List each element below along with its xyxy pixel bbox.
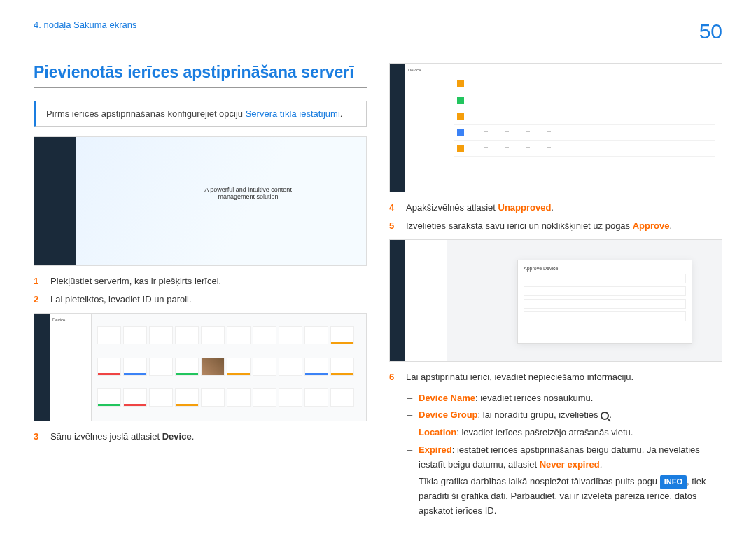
modal-title: Approve Device	[524, 266, 686, 271]
step-text: Izvēlieties sarakstā savu ierīci un nokl…	[406, 219, 672, 233]
modal-field	[524, 311, 686, 321]
step-num: 1	[34, 274, 43, 288]
step-1: 1 Piekļūstiet serverim, kas ir piešķirts…	[34, 274, 367, 288]
grid-thumb	[253, 326, 276, 344]
steps-list-3: 4 Apakšizvēlnēs atlasiet Unapproved. 5 I…	[389, 201, 722, 232]
grid-thumb	[201, 388, 225, 407]
step-text-post: .	[669, 220, 672, 231]
grid-thumb	[201, 358, 225, 376]
step-text-pre: Izvēlieties sarakstā savu ierīci un nokl…	[406, 220, 633, 231]
screenshot-approve-modal: Approve Device	[389, 239, 722, 362]
grid-thumb	[149, 388, 173, 407]
list-row: ————	[454, 92, 715, 108]
grid-thumb	[123, 388, 147, 407]
screenshot-grid-nav	[34, 314, 50, 421]
screenshot-modal-nav	[390, 240, 405, 361]
grid-thumb	[149, 326, 173, 344]
sub-text: : ievadiet ierīces nosaukumu.	[475, 393, 593, 403]
right-column: Device ———— ———— ———— ———— ———— 4 Apakši…	[389, 63, 722, 521]
step-3: 3 Sānu izvēlnes joslā atlasiet Device.	[34, 430, 367, 444]
screenshot-list-main: ———— ———— ———— ———— ————	[447, 64, 722, 192]
grid-thumb	[123, 358, 147, 376]
list-row: ————	[454, 125, 715, 141]
screenshot-list-panel: Device	[405, 64, 447, 192]
step-text-post: .	[192, 431, 195, 442]
sub-text: : ievadiet ierīces pašreizējo atrašanās …	[456, 427, 633, 437]
modal-field	[524, 286, 686, 296]
grid-thumb	[279, 388, 302, 407]
grid-thumb	[304, 326, 328, 344]
modal-field	[524, 299, 686, 309]
grid-thumb	[304, 388, 328, 407]
sub-label: Device Name	[419, 393, 475, 403]
sub-text-post: .	[600, 459, 603, 470]
magnifier-icon	[601, 412, 609, 420]
panel-title: Device	[52, 318, 88, 322]
step-text: Lai pieteiktos, ievadiet ID un paroli.	[50, 293, 192, 307]
sub-item-device-name: Device Name: ievadiet ierīces nosaukumu.	[407, 391, 722, 406]
screenshot-unapproved-list: Device ———— ———— ———— ———— ————	[389, 63, 722, 192]
step-5: 5 Izvēlieties sarakstā savu ierīci un no…	[389, 219, 722, 233]
screenshot-grid-main	[92, 314, 366, 421]
sub-label: Location	[419, 427, 456, 437]
grid-thumb	[227, 358, 251, 376]
step-num: 5	[389, 219, 399, 233]
screenshot-modal-main: Approve Device	[447, 240, 722, 361]
step-highlight: Approve	[633, 220, 670, 231]
grid-thumb	[253, 358, 276, 376]
grid-thumb	[97, 326, 121, 344]
modal-field	[524, 274, 686, 283]
content-columns: Pievienotās ierīces apstiprināšana serve…	[34, 63, 722, 521]
grid-thumb	[304, 358, 328, 376]
screenshot-device-grid: Device	[34, 313, 367, 421]
list-row: ————	[454, 76, 715, 92]
grid-thumb	[253, 388, 276, 407]
sub-item-expired: Expired: iestatiet ierīces apstiprināšan…	[407, 443, 722, 472]
list-row: ————	[454, 141, 715, 157]
screenshot-login	[34, 136, 367, 266]
step-highlight: Unapproved	[498, 202, 552, 213]
step-num: 2	[34, 293, 43, 307]
sub-list: Device Name: ievadiet ierīces nosaukumu.…	[407, 391, 722, 519]
step-6: 6 Lai apstiprinātu ierīci, ievadiet nepi…	[389, 370, 722, 384]
panel-title: Device	[408, 68, 444, 72]
note-link[interactable]: Servera tīkla iestatījumi	[246, 108, 340, 119]
note-suffix: .	[340, 108, 343, 119]
sub-text: : lai norādītu grupu, izvēlieties	[478, 409, 601, 420]
step-text-pre: Sānu izvēlnes joslā atlasiet	[50, 431, 162, 442]
grid-thumb	[97, 388, 121, 407]
note-prefix: Pirms ierīces apstiprināšanas konfigurēj…	[46, 108, 246, 119]
sub-highlight: Never expired	[540, 459, 600, 470]
grid-thumb	[149, 358, 173, 376]
step-text: Lai apstiprinātu ierīci, ievadiet nepiec…	[406, 370, 634, 384]
grid-thumb	[97, 358, 121, 376]
grid-thumb	[175, 326, 199, 344]
grid-thumb	[175, 388, 199, 407]
screenshot-login-sidebar	[34, 137, 76, 265]
breadcrumb: 4. nodaļa Sākuma ekrāns	[34, 20, 136, 30]
sub-item-device-group: Device Group: lai norādītu grupu, izvēli…	[407, 408, 722, 423]
step-text-pre: Apakšizvēlnēs atlasiet	[406, 202, 498, 213]
screenshot-login-main	[76, 137, 366, 265]
step-num: 4	[389, 201, 399, 215]
step-num: 3	[34, 430, 43, 444]
step-text: Apakšizvēlnēs atlasiet Unapproved.	[406, 201, 554, 215]
steps-list-1: 1 Piekļūstiet serverim, kas ir piešķirts…	[34, 274, 367, 306]
sub-label: Expired	[419, 444, 452, 455]
sub-item-info: Tīkla grafika darbības laikā nospiežot t…	[407, 475, 722, 518]
grid-thumb	[175, 358, 199, 376]
page-number: 50	[699, 20, 722, 43]
screenshot-modal-panel	[405, 240, 447, 361]
step-num: 6	[389, 370, 399, 384]
title-divider	[34, 87, 367, 88]
note-box: Pirms ierīces apstiprināšanas konfigurēj…	[34, 101, 367, 127]
grid-thumb	[227, 326, 251, 344]
sub-text-pre: Tīkla grafika darbības laikā nospiežot t…	[419, 476, 660, 486]
page-header: 4. nodaļa Sākuma ekrāns 50	[34, 20, 722, 43]
grid-thumb	[330, 388, 354, 407]
list-row: ————	[454, 108, 715, 125]
grid-thumb	[227, 388, 251, 407]
step-text-post: .	[551, 202, 554, 213]
sub-item-location: Location: ievadiet ierīces pašreizējo at…	[407, 426, 722, 440]
step-4: 4 Apakšizvēlnēs atlasiet Unapproved.	[389, 201, 722, 215]
